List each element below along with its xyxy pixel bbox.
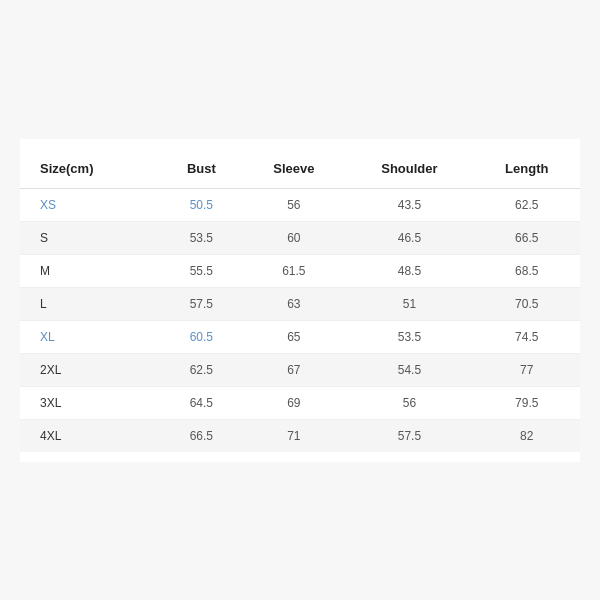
cell-value: 60.5 [160,320,242,353]
cell-value: 74.5 [474,320,580,353]
cell-value: 65 [242,320,345,353]
table-row: 3XL64.5695679.5 [20,386,580,419]
cell-value: 61.5 [242,254,345,287]
header-bust: Bust [160,149,242,189]
cell-value: 69 [242,386,345,419]
size-chart-table: Size(cm) Bust Sleeve Shoulder Length XS5… [20,149,580,452]
cell-size: M [20,254,160,287]
cell-value: 70.5 [474,287,580,320]
table-body: XS50.55643.562.5S53.56046.566.5M55.561.5… [20,188,580,452]
cell-value: 43.5 [345,188,473,221]
header-size: Size(cm) [20,149,160,189]
cell-value: 62.5 [474,188,580,221]
cell-size: 4XL [20,419,160,452]
cell-value: 68.5 [474,254,580,287]
cell-value: 57.5 [160,287,242,320]
table-row: 2XL62.56754.577 [20,353,580,386]
table-row: L57.5635170.5 [20,287,580,320]
cell-value: 63 [242,287,345,320]
table-row: XL60.56553.574.5 [20,320,580,353]
header-length: Length [474,149,580,189]
cell-value: 53.5 [160,221,242,254]
cell-value: 66.5 [474,221,580,254]
cell-value: 51 [345,287,473,320]
cell-value: 64.5 [160,386,242,419]
cell-value: 56 [242,188,345,221]
cell-value: 79.5 [474,386,580,419]
cell-size: XS [20,188,160,221]
table-row: 4XL66.57157.582 [20,419,580,452]
table-row: XS50.55643.562.5 [20,188,580,221]
cell-value: 55.5 [160,254,242,287]
header-sleeve: Sleeve [242,149,345,189]
cell-value: 50.5 [160,188,242,221]
cell-value: 54.5 [345,353,473,386]
table-header-row: Size(cm) Bust Sleeve Shoulder Length [20,149,580,189]
cell-value: 60 [242,221,345,254]
cell-size: L [20,287,160,320]
header-shoulder: Shoulder [345,149,473,189]
size-chart-container: Size(cm) Bust Sleeve Shoulder Length XS5… [20,139,580,462]
cell-value: 67 [242,353,345,386]
table-row: M55.561.548.568.5 [20,254,580,287]
cell-value: 77 [474,353,580,386]
cell-size: S [20,221,160,254]
cell-value: 62.5 [160,353,242,386]
cell-value: 66.5 [160,419,242,452]
cell-value: 53.5 [345,320,473,353]
cell-size: XL [20,320,160,353]
cell-value: 48.5 [345,254,473,287]
cell-size: 2XL [20,353,160,386]
cell-value: 56 [345,386,473,419]
cell-size: 3XL [20,386,160,419]
cell-value: 57.5 [345,419,473,452]
cell-value: 71 [242,419,345,452]
cell-value: 82 [474,419,580,452]
table-row: S53.56046.566.5 [20,221,580,254]
cell-value: 46.5 [345,221,473,254]
